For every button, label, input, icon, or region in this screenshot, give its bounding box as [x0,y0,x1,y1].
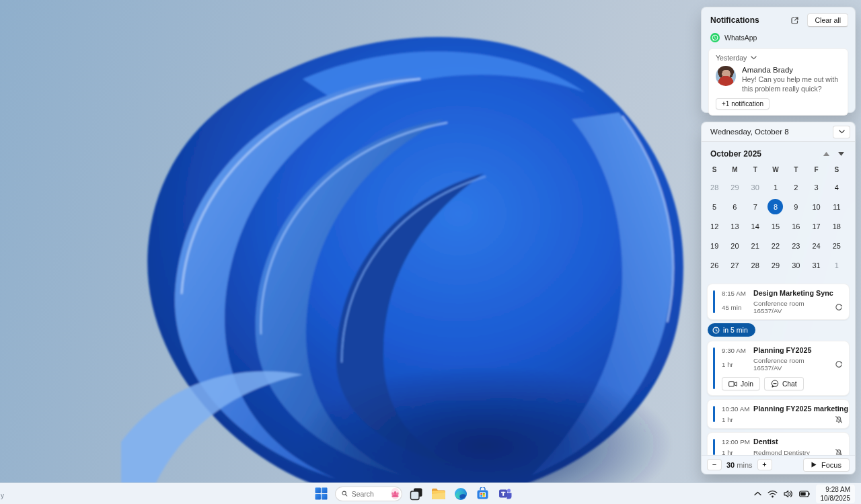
notification-section-label: Yesterday [716,54,747,62]
calendar-day[interactable]: 4 [827,177,847,197]
search-input[interactable] [352,490,387,498]
calendar-prev-month-button[interactable] [819,149,833,159]
notification-settings-button[interactable] [787,14,802,26]
calendar-day[interactable]: 30 [745,177,765,197]
taskbar-center-group [313,483,513,504]
triangle-up-icon [823,152,829,156]
reminder-label: in 5 min [723,326,748,334]
calendar-day[interactable]: 1 [765,177,786,197]
reminder-pill[interactable]: in 5 min [708,323,755,337]
calendar-day[interactable]: 17 [806,216,826,236]
weekday-label: M [724,162,745,177]
calendar-collapse-button[interactable] [833,126,850,138]
calendar-day[interactable]: 18 [827,216,847,236]
calendar-day[interactable]: 20 [724,236,745,255]
weekday-label: W [765,162,786,177]
event-duration: 45 min [722,304,753,311]
calendar-day[interactable]: 14 [745,216,765,236]
calendar-day[interactable]: 25 [827,236,847,255]
battery-button[interactable] [799,491,810,497]
chat-button[interactable]: Chat [764,377,804,390]
focus-duration: 30 mins [726,461,753,469]
task-view-icon [410,487,423,501]
event-time: 10:30 AM [722,405,753,413]
teams-button[interactable] [496,485,513,502]
event-card[interactable]: 8:15 AM Design Marketing Sync 45 min Con… [707,284,850,320]
calendar-day[interactable]: 5 [704,197,724,216]
calendar-day[interactable]: 29 [724,177,745,197]
calendar-day-selected[interactable]: 8 [765,197,786,216]
calendar-day[interactable]: 13 [724,216,745,236]
calendar-day-grid: 28 29 30 1 2 3 4 5 6 7 8 9 10 11 12 13 1… [702,177,855,275]
clear-all-button[interactable]: Clear all [807,13,848,27]
weekday-label: F [806,162,826,177]
calendar-day[interactable]: 19 [704,236,724,255]
calendar-day[interactable]: 7 [745,197,765,216]
calendar-day[interactable]: 29 [765,255,786,275]
event-location: Conference room 16537/AV [753,300,832,314]
calendar-day[interactable]: 9 [786,197,806,216]
taskbar-search[interactable] [335,487,402,501]
event-title: Planning FY2025 [753,346,843,354]
calendar-day[interactable]: 28 [704,177,724,197]
bell-off-icon [835,415,843,423]
windows-logo-icon [315,487,328,500]
calendar-day[interactable]: 23 [786,236,806,255]
volume-button[interactable] [784,490,793,498]
calendar-day[interactable]: 27 [724,255,745,275]
notification-sender: Amanda Brady [742,66,841,74]
calendar-day[interactable]: 2 [786,177,806,197]
wifi-icon [768,490,778,498]
wifi-button[interactable] [768,490,778,498]
lotus-flower-icon[interactable] [391,488,400,499]
tray-time: 9:28 AM [821,485,851,494]
bell-off-icon [835,448,843,455]
calendar-day[interactable]: 10 [806,197,826,216]
triangle-down-icon [838,152,844,156]
tray-chevron-up-button[interactable] [754,491,761,496]
task-view-button[interactable] [408,485,424,502]
notification-card[interactable]: Yesterday Amanda Brady Hey! Can you help… [708,48,848,116]
focus-decrease-button[interactable]: − [707,459,722,470]
tray-clock[interactable]: 9:28 AM 10/8/2025 [816,485,856,503]
notification-settings-icon [790,16,799,25]
notification-app-name: WhatsApp [724,34,757,42]
teams-icon [498,487,512,500]
event-card[interactable]: 10:30 AM Planning FY2025 marketing 1 hr [707,399,850,429]
calendar-next-month-button[interactable] [833,149,848,159]
calendar-day[interactable]: 28 [745,255,765,275]
calendar-day[interactable]: 11 [827,197,847,216]
calendar-day[interactable]: 30 [786,255,806,275]
file-explorer-button[interactable] [430,485,447,502]
microsoft-store-button[interactable] [474,485,491,502]
calendar-panel: Wednesday, October 8 October 2025 S M T … [701,122,856,474]
focus-start-button[interactable]: Focus [803,458,850,472]
calendar-day[interactable]: 22 [765,236,786,255]
more-notifications-button[interactable]: +1 notification [716,98,770,110]
event-location: Conference room 16537/AV [753,357,832,372]
calendar-day[interactable]: 31 [806,255,826,275]
recurrence-icon [835,303,843,311]
calendar-day[interactable]: 6 [724,197,745,216]
event-card[interactable]: 9:30 AM Planning FY2025 1 hr Conference … [707,341,850,396]
calendar-day[interactable]: 21 [745,236,765,255]
avatar [716,66,736,86]
calendar-day[interactable]: 24 [806,236,826,255]
calendar-day[interactable]: 1 [827,255,847,275]
event-card[interactable]: 12:00 PM Dentist 1 hr Redmond Dentistry [707,432,850,455]
calendar-day[interactable]: 12 [704,216,724,236]
chevron-down-icon[interactable] [751,56,757,60]
event-duration: 1 hr [722,416,753,423]
start-button[interactable] [313,485,330,502]
focus-increase-button[interactable]: + [757,459,772,470]
event-time: 9:30 AM [722,347,753,354]
edge-icon [454,487,467,501]
join-button[interactable]: Join [722,377,760,390]
calendar-day[interactable]: 16 [786,216,806,236]
edge-button[interactable] [452,485,469,502]
calendar-day[interactable]: 26 [704,255,724,275]
calendar-day[interactable]: 3 [806,177,826,197]
event-location: Redmond Dentistry [753,449,832,456]
calendar-day[interactable]: 15 [765,216,786,236]
clock-icon [712,327,720,334]
